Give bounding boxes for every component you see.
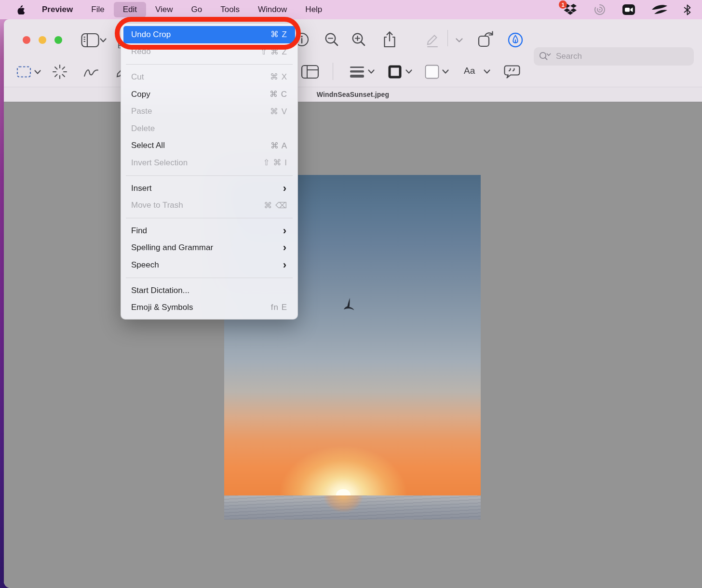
menu-item-label: Select All [131, 141, 270, 150]
fill-color-chevron-icon[interactable] [442, 69, 449, 74]
menu-item-move-to-trash[interactable]: Move to Trash⌘ ⌫ [121, 197, 297, 214]
annotation-red-ellipse [115, 17, 301, 50]
line-weight-chevron-icon[interactable] [367, 69, 375, 74]
menu-item-paste[interactable]: Paste⌘ V [121, 103, 297, 120]
text-style-chevron-icon[interactable] [483, 69, 491, 74]
menu-item-label: Spelling and Grammar [131, 243, 283, 253]
menu-item-label: Delete [131, 124, 287, 134]
menu-item-speech[interactable]: Speech› [121, 256, 297, 274]
menu-item-copy[interactable]: Copy⌘ C [121, 86, 297, 103]
tab-bar[interactable]: WindnSeaSunset.jpeg [4, 87, 702, 102]
minimize-button[interactable] [39, 36, 46, 44]
title-toolbar: E [4, 19, 702, 56]
sidebar-chevron-down-icon[interactable] [99, 38, 107, 43]
dropbox-notification-badge: 1 [559, 0, 567, 9]
menu-item-label: Invert Selection [131, 158, 263, 168]
document-canvas [4, 102, 702, 588]
border-color-chevron-icon[interactable] [405, 69, 413, 74]
menu-item-label: Emoji & Symbols [131, 303, 271, 312]
close-button[interactable] [23, 36, 30, 44]
menu-item-shortcut: ⇧ ⌘ I [263, 158, 287, 168]
menu-item-label: Copy [131, 90, 270, 99]
sketch-icon[interactable] [83, 67, 99, 78]
ocean [224, 495, 481, 520]
markup-pen-icon[interactable] [507, 32, 524, 48]
markup-toolbar-divider [333, 63, 333, 80]
rotate-left-icon[interactable] [477, 31, 496, 48]
markup-toolbar: Aa [4, 56, 702, 87]
menu-item-start-dictation[interactable]: Start Dictation... [121, 282, 297, 299]
menubar-items: PreviewFileEditViewGoToolsWindowHelp [33, 0, 331, 19]
share-icon[interactable] [383, 31, 396, 48]
menu-item-label: Paste [131, 107, 270, 116]
menu-item-cut[interactable]: Cut⌘ X [121, 68, 297, 86]
sun-reflection [324, 495, 363, 512]
menu-item-label: Speech [131, 260, 283, 270]
text-style-icon[interactable]: Aa [464, 66, 475, 76]
menubar-item-tools[interactable]: Tools [211, 2, 249, 17]
menu-item-emoji-symbols[interactable]: Emoji & Symbolsfn E [121, 299, 297, 316]
feather-icon[interactable] [651, 4, 668, 15]
menu-item-label: Move to Trash [131, 200, 264, 210]
menu-item-shortcut: ⌘ ⌫ [264, 200, 287, 211]
menu-item-shortcut: fn E [271, 303, 287, 312]
dropbox-icon[interactable]: 1 [563, 3, 578, 16]
menu-item-label: Cut [131, 72, 270, 82]
menu-separator [126, 218, 293, 218]
layout-frame-icon[interactable] [301, 65, 319, 79]
apple-menu-icon[interactable] [15, 5, 26, 14]
instant-alpha-wand-icon[interactable] [52, 64, 68, 80]
menu-item-shortcut: ⌘ C [270, 89, 287, 99]
annotate-bubble-icon[interactable] [503, 65, 521, 79]
menu-item-shortcut: ⌘ A [270, 141, 287, 151]
menubar-item-go[interactable]: Go [182, 2, 212, 17]
menu-item-delete[interactable]: Delete [121, 120, 297, 137]
bluetooth-icon[interactable] [684, 4, 691, 15]
fill-color-icon[interactable] [424, 64, 440, 80]
preview-window: E [4, 19, 702, 588]
sidebar-icon[interactable] [81, 33, 100, 48]
status-icons: 1 [563, 3, 691, 16]
menubar-item-view[interactable]: View [146, 2, 182, 17]
menu-separator [126, 64, 293, 65]
menu-item-shortcut: ⌘ X [270, 72, 287, 82]
menu-item-label: Insert [131, 184, 283, 193]
chevron-down-icon[interactable] [455, 38, 463, 43]
line-weight-icon[interactable] [349, 65, 365, 79]
selection-tool-icon[interactable] [16, 66, 32, 78]
submenu-chevron-icon: › [283, 242, 286, 253]
zoom-camera-icon[interactable] [622, 4, 635, 15]
menubar-item-window[interactable]: Window [249, 2, 296, 17]
focus-spiral-icon[interactable] [594, 3, 606, 16]
menu-item-shortcut: ⌘ V [270, 107, 287, 117]
menu-item-find[interactable]: Find› [121, 222, 297, 240]
desktop-wallpaper: PreviewFileEditViewGoToolsWindowHelp 1 [0, 0, 702, 588]
submenu-chevron-icon: › [283, 183, 286, 194]
border-color-icon[interactable] [388, 65, 402, 79]
zoom-out-icon[interactable] [324, 32, 339, 47]
markup-pencil-icon[interactable] [424, 32, 441, 48]
fullscreen-button[interactable] [54, 36, 62, 44]
menu-separator [126, 278, 293, 278]
menubar-item-preview[interactable]: Preview [33, 2, 82, 17]
system-menu-bar: PreviewFileEditViewGoToolsWindowHelp 1 [0, 0, 702, 19]
document-filename: WindnSeaSunset.jpeg [317, 91, 390, 98]
zoom-in-icon[interactable] [351, 32, 366, 47]
submenu-chevron-icon: › [283, 260, 286, 270]
menu-item-insert[interactable]: Insert› [121, 180, 297, 197]
selection-chevron-down-icon[interactable] [34, 69, 41, 75]
menu-item-spelling-and-grammar[interactable]: Spelling and Grammar› [121, 240, 297, 257]
menu-item-select-all[interactable]: Select All⌘ A [121, 137, 297, 155]
submenu-chevron-icon: › [283, 226, 286, 236]
menubar-item-file[interactable]: File [82, 2, 113, 17]
menu-item-invert-selection[interactable]: Invert Selection⇧ ⌘ I [121, 154, 297, 172]
toolbar-divider [447, 30, 448, 46]
menubar-item-help[interactable]: Help [296, 2, 331, 17]
menu-separator [126, 175, 293, 176]
bird-silhouette [343, 298, 358, 312]
edit-dropdown-menu: Undo Crop⌘ ZRedo⇧ ⌘ ZCut⌘ XCopy⌘ CPaste⌘… [121, 23, 298, 320]
menu-item-label: Start Dictation... [131, 286, 287, 295]
menu-item-label: Find [131, 226, 283, 236]
menubar-item-edit[interactable]: Edit [114, 2, 146, 17]
